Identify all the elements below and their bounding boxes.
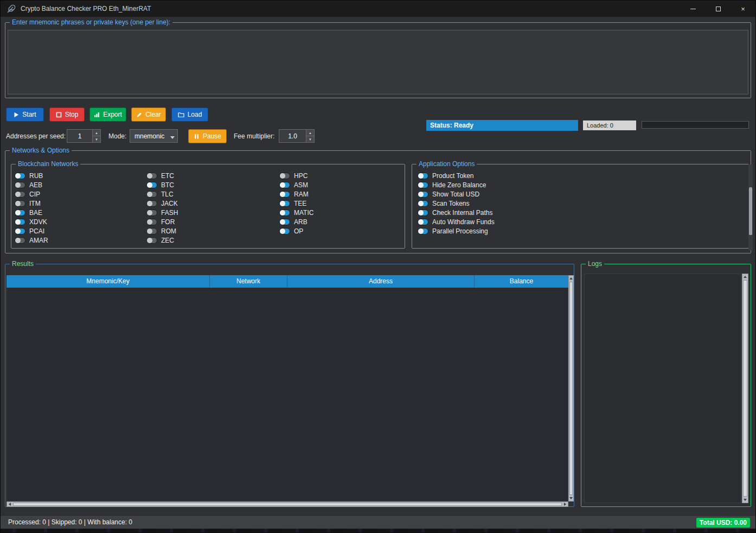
scrollbar-thumb[interactable] bbox=[569, 282, 573, 495]
stop-button[interactable]: Stop bbox=[49, 107, 85, 122]
toggle-on-icon[interactable] bbox=[279, 210, 290, 216]
toggle-off-icon[interactable] bbox=[15, 237, 25, 244]
minimize-button[interactable] bbox=[681, 1, 706, 17]
toggle-label: BTC bbox=[161, 181, 174, 189]
mode-select[interactable]: mnemonic bbox=[130, 129, 178, 143]
toggle-ram[interactable]: RAM bbox=[279, 189, 313, 199]
column-header-mnemonic-key[interactable]: Mnemonic/Key bbox=[7, 275, 210, 288]
toggle-on-icon[interactable] bbox=[15, 219, 25, 225]
toggle-xdvk[interactable]: XDVK bbox=[15, 217, 48, 226]
toggle-aeb[interactable]: AEB bbox=[15, 180, 48, 189]
toggle-arb[interactable]: ARB bbox=[279, 217, 313, 226]
toggle-jack[interactable]: JACK bbox=[146, 199, 178, 208]
pause-label: Pause bbox=[203, 132, 221, 140]
toggle-on-icon[interactable] bbox=[418, 182, 428, 188]
toggle-off-icon[interactable] bbox=[279, 173, 290, 179]
column-header-address[interactable]: Address bbox=[287, 275, 475, 288]
toggle-op[interactable]: OP bbox=[279, 226, 313, 236]
toggle-asm[interactable]: ASM bbox=[279, 180, 313, 189]
toggle-etc[interactable]: ETC bbox=[146, 171, 178, 180]
toggle-for[interactable]: FOR bbox=[146, 217, 178, 226]
toggle-tee[interactable]: TEE bbox=[279, 199, 313, 208]
toggle-off-icon[interactable] bbox=[146, 237, 157, 244]
scrollbar-thumb[interactable] bbox=[13, 503, 562, 506]
maximize-icon bbox=[716, 7, 721, 11]
toggle-on-icon[interactable] bbox=[15, 228, 25, 234]
start-button[interactable]: Start bbox=[6, 107, 44, 122]
toggle-hpc[interactable]: HPC bbox=[279, 171, 313, 180]
toggle-on-icon[interactable] bbox=[418, 200, 428, 207]
toggle-off-icon[interactable] bbox=[146, 219, 157, 225]
maximize-button[interactable] bbox=[706, 1, 731, 17]
toggle-on-icon[interactable] bbox=[15, 210, 25, 216]
toggle-on-icon[interactable] bbox=[279, 200, 290, 207]
logs-scrollbar[interactable] bbox=[742, 274, 748, 503]
spinner-up-icon[interactable]: ▲ bbox=[306, 130, 314, 136]
column-header-balance[interactable]: Balance bbox=[475, 275, 568, 288]
toggle-tlc[interactable]: TLC bbox=[146, 189, 178, 199]
toggle-show-total-usd[interactable]: Show Total USD bbox=[418, 189, 495, 199]
results-label: Results bbox=[10, 260, 36, 268]
toggle-on-icon[interactable] bbox=[418, 228, 428, 234]
column-header-network[interactable]: Network bbox=[210, 275, 287, 288]
toggle-rom[interactable]: ROM bbox=[146, 226, 178, 236]
toggle-on-icon[interactable] bbox=[279, 191, 290, 198]
spinner-down-icon[interactable]: ▼ bbox=[306, 136, 314, 142]
loaded-counter: Loaded: 0 bbox=[583, 120, 636, 130]
clear-button[interactable]: Clear bbox=[131, 107, 166, 122]
toggle-on-icon[interactable] bbox=[279, 228, 290, 234]
scroll-right-icon[interactable] bbox=[562, 502, 568, 506]
toggle-fash[interactable]: FASH bbox=[146, 208, 178, 217]
results-vertical-scrollbar[interactable] bbox=[568, 275, 574, 502]
fee-multiplier-input[interactable]: 1.0 ▲ ▼ bbox=[279, 129, 315, 143]
mnemonic-input[interactable] bbox=[8, 30, 748, 94]
toggle-btc[interactable]: BTC bbox=[146, 180, 178, 189]
scrollbar-thumb[interactable] bbox=[749, 187, 752, 235]
toggle-on-icon[interactable] bbox=[418, 219, 428, 225]
toggle-off-icon[interactable] bbox=[15, 200, 25, 207]
scroll-up-icon[interactable] bbox=[569, 276, 573, 281]
results-horizontal-scrollbar[interactable] bbox=[7, 502, 568, 507]
toggle-parallel-processing[interactable]: Parallel Processing bbox=[418, 226, 495, 236]
toggle-on-icon[interactable] bbox=[146, 182, 157, 188]
toggle-itm[interactable]: ITM bbox=[15, 199, 48, 208]
toggle-off-icon[interactable] bbox=[146, 200, 157, 207]
toggle-off-icon[interactable] bbox=[146, 210, 157, 216]
scroll-down-icon[interactable] bbox=[742, 497, 748, 503]
toggle-bae[interactable]: BAE bbox=[15, 208, 48, 217]
toggle-off-icon[interactable] bbox=[15, 182, 25, 188]
toggle-rub[interactable]: RUB bbox=[15, 171, 48, 180]
toggle-check-internal-paths[interactable]: Check Internal Paths bbox=[418, 208, 495, 217]
toggle-on-icon[interactable] bbox=[279, 219, 290, 225]
toggle-on-icon[interactable] bbox=[418, 191, 428, 198]
toggle-scan-tokens[interactable]: Scan Tokens bbox=[418, 199, 495, 208]
scroll-left-icon[interactable] bbox=[7, 502, 12, 506]
toggle-on-icon[interactable] bbox=[15, 173, 25, 179]
spinner-up-icon[interactable]: ▲ bbox=[93, 130, 100, 136]
toggle-on-icon[interactable] bbox=[418, 210, 428, 216]
toggle-cip[interactable]: CIP bbox=[15, 189, 48, 199]
toggle-off-icon[interactable] bbox=[146, 228, 157, 234]
toggle-matic[interactable]: MATIC bbox=[279, 208, 313, 217]
scroll-down-icon[interactable] bbox=[569, 496, 573, 501]
toggle-on-icon[interactable] bbox=[418, 173, 428, 179]
toggle-pcai[interactable]: PCAI bbox=[15, 226, 48, 236]
toggle-auto-withdraw-funds[interactable]: Auto Withdraw Funds bbox=[418, 217, 495, 226]
toggle-amar[interactable]: AMAR bbox=[15, 236, 48, 245]
close-button[interactable]: × bbox=[731, 1, 755, 17]
toggle-off-icon[interactable] bbox=[15, 191, 25, 198]
toggle-product-token[interactable]: Product Token bbox=[418, 171, 495, 180]
scroll-up-icon[interactable] bbox=[742, 274, 748, 280]
load-button[interactable]: Load bbox=[171, 107, 208, 122]
toggle-off-icon[interactable] bbox=[146, 173, 157, 179]
toggle-off-icon[interactable] bbox=[146, 191, 157, 198]
spinner-down-icon[interactable]: ▼ bbox=[93, 136, 100, 142]
scrollbar-thumb[interactable] bbox=[743, 280, 747, 497]
pause-button[interactable]: Pause bbox=[188, 129, 227, 143]
addresses-per-seed-input[interactable]: 1 ▲ ▼ bbox=[67, 129, 101, 143]
toggle-hide-zero-balance[interactable]: Hide Zero Balance bbox=[418, 180, 495, 189]
networks-scrollbar[interactable] bbox=[748, 164, 753, 250]
toggle-zec[interactable]: ZEC bbox=[146, 236, 178, 245]
export-button[interactable]: Export bbox=[89, 107, 126, 122]
toggle-on-icon[interactable] bbox=[279, 182, 290, 188]
